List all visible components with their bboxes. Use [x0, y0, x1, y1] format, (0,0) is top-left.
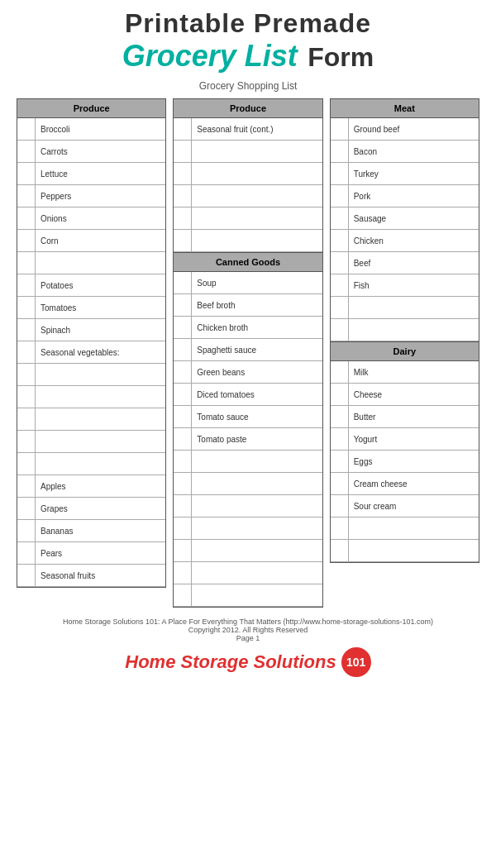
row-pork: Pork — [331, 185, 479, 207]
checkbox-chicken[interactable] — [331, 230, 349, 251]
checkbox-seasonal-fruits[interactable] — [17, 565, 36, 586]
row-fish: Fish — [331, 274, 479, 297]
footer-page: Page 1 — [63, 634, 433, 642]
checkbox-corn[interactable] — [17, 230, 36, 251]
row-corn: Corn — [17, 230, 165, 252]
row-m-blank1 — [331, 297, 479, 319]
row-turkey: Turkey — [331, 163, 479, 185]
row-beef: Beef — [331, 252, 479, 274]
checkbox-tomato-paste[interactable] — [174, 428, 192, 450]
row-eggs: Eggs — [331, 451, 479, 473]
row-c-blank2 — [174, 473, 322, 495]
checkbox-soup[interactable] — [174, 272, 192, 293]
checkbox-tomatoes[interactable] — [17, 297, 36, 318]
row-p2-blank2 — [174, 163, 322, 185]
row-lettuce: Lettuce — [17, 163, 165, 185]
row-m-blank2 — [331, 319, 479, 341]
checkbox-grapes[interactable] — [17, 498, 36, 519]
row-c-blank4 — [174, 517, 322, 540]
checkbox-peppers[interactable] — [17, 185, 36, 207]
row-tomatoes: Tomatoes — [17, 297, 165, 319]
title-line2-normal: Form — [308, 42, 374, 72]
row-blank5 — [17, 453, 165, 475]
row-c-blank3 — [174, 495, 322, 517]
checkbox-lettuce[interactable] — [17, 163, 36, 184]
row-sour-cream: Sour cream — [331, 495, 479, 517]
checkbox-apples[interactable] — [17, 475, 36, 497]
row-potatoes: Potatoes — [17, 274, 165, 297]
row-pears: Pears — [17, 542, 165, 565]
checkbox-beef[interactable] — [331, 252, 349, 274]
title-block: Printable Premade Grocery List Form — [17, 8, 479, 74]
footer-line2: Copyright 2012. All Rights Reserved — [63, 626, 433, 634]
row-chicken: Chicken — [331, 230, 479, 252]
row-c-blank1 — [174, 451, 322, 473]
title-line1: Printable Premade — [17, 8, 479, 39]
checkbox-seasonal-veg[interactable] — [17, 341, 36, 363]
checkbox-turkey[interactable] — [331, 163, 349, 184]
row-onions: Onions — [17, 207, 165, 230]
checkbox-seasonal-cont[interactable] — [174, 118, 192, 140]
checkbox-tomato-sauce[interactable] — [174, 406, 192, 427]
footer-brand: Home Storage Solutions 101 — [63, 647, 433, 677]
row-diced-tomatoes: Diced tomatoes — [174, 384, 322, 406]
row-chicken-broth: Chicken broth — [174, 317, 322, 339]
checkbox-milk[interactable] — [331, 361, 349, 383]
row-blank2 — [17, 386, 165, 408]
row-peppers: Peppers — [17, 185, 165, 207]
dairy-header: Dairy — [331, 341, 479, 361]
checkbox-pears[interactable] — [17, 542, 36, 564]
footer-line1: Home Storage Solutions 101: A Place For … — [63, 618, 433, 626]
row-cheese: Cheese — [331, 384, 479, 406]
checkbox-potatoes[interactable] — [17, 274, 36, 296]
row-blank1 — [17, 364, 165, 386]
checkbox-onions[interactable] — [17, 207, 36, 229]
row-carrots: Carrots — [17, 141, 165, 163]
checkbox-bananas[interactable] — [17, 520, 36, 541]
checkbox-eggs[interactable] — [331, 451, 349, 472]
row-empty1 — [17, 252, 165, 274]
row-p2-blank4 — [174, 207, 322, 230]
checkbox-ground-beef[interactable] — [331, 118, 349, 140]
row-beef-broth: Beef broth — [174, 294, 322, 317]
row-d-blank1 — [331, 517, 479, 540]
checkbox-chicken-broth[interactable] — [174, 317, 192, 338]
row-bacon: Bacon — [331, 141, 479, 163]
row-grapes: Grapes — [17, 498, 165, 520]
checkbox-sausage[interactable] — [331, 207, 349, 229]
row-blank3 — [17, 408, 165, 431]
checkbox-broccoli[interactable] — [17, 118, 36, 140]
row-seasonal-fruits: Seasonal fruits — [17, 565, 165, 587]
checkbox-spaghetti-sauce[interactable] — [174, 339, 192, 360]
row-soup: Soup — [174, 272, 322, 294]
checkbox-spinach[interactable] — [17, 319, 36, 341]
checkbox-pork[interactable] — [331, 185, 349, 207]
checkbox-carrots[interactable] — [17, 141, 36, 162]
brand-badge: 101 — [341, 647, 371, 677]
checkbox-yogurt[interactable] — [331, 428, 349, 450]
row-tomato-paste: Tomato paste — [174, 428, 322, 451]
checkbox-diced-tomatoes[interactable] — [174, 384, 192, 405]
checkbox-green-beans[interactable] — [174, 361, 192, 383]
checkbox-cream-cheese[interactable] — [331, 473, 349, 494]
checkbox-fish[interactable] — [331, 274, 349, 296]
checkbox-cheese[interactable] — [331, 384, 349, 405]
row-broccoli: Broccoli — [17, 118, 165, 141]
row-tomato-sauce: Tomato sauce — [174, 406, 322, 428]
grid-container: Produce Broccoli Carrots Lettuce Peppers… — [17, 98, 479, 608]
row-apples: Apples — [17, 475, 165, 498]
checkbox-sour-cream[interactable] — [331, 495, 349, 517]
row-spinach: Spinach — [17, 319, 165, 341]
row-c-blank6 — [174, 562, 322, 584]
row-blank4 — [17, 431, 165, 453]
checkbox-bacon[interactable] — [331, 141, 349, 162]
row-p2-blank3 — [174, 185, 322, 207]
checkbox-butter[interactable] — [331, 406, 349, 427]
row-c-blank5 — [174, 540, 322, 562]
footer: Home Storage Solutions 101: A Place For … — [63, 618, 433, 677]
meat-dairy-column: Meat Ground beef Bacon Turkey Pork Sausa… — [330, 98, 479, 563]
row-p2-blank5 — [174, 230, 322, 252]
row-spaghetti-sauce: Spaghetti sauce — [174, 339, 322, 361]
row-bananas: Bananas — [17, 520, 165, 542]
checkbox-beef-broth[interactable] — [174, 294, 192, 316]
